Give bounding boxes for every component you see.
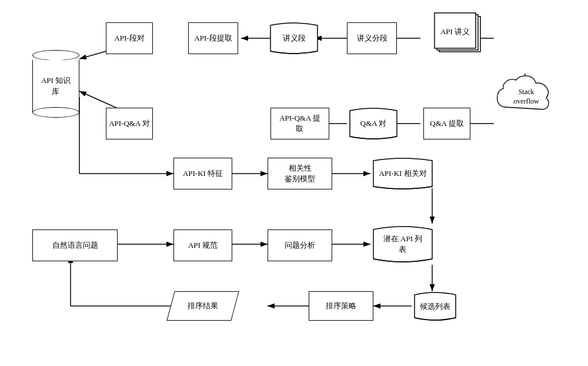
- api-knowledge-base: API 知识库: [32, 50, 79, 113]
- relevance-model: 相关性鉴别模型: [268, 158, 332, 189]
- qa-extract: Q&A 提取: [423, 108, 470, 139]
- api-lecture: API 讲义: [432, 12, 485, 65]
- stack-overflow-cloud: Stack overflow: [491, 71, 562, 124]
- natural-language-question: 自然语言问题: [32, 229, 118, 261]
- ranking-result: 排序结果: [171, 291, 235, 321]
- api-ki-relevant: API-KI 相关对: [370, 156, 435, 191]
- potential-api-list: 潜在 API 列表: [370, 224, 435, 265]
- api-segment-extract: API-段提取: [188, 22, 238, 54]
- api-qa-extract: API-Q&A 提取: [270, 108, 329, 139]
- problem-analysis: 问题分析: [268, 229, 332, 261]
- api-segment-pair: API-段对: [106, 22, 153, 54]
- lecture-segmentation: 讲义分段: [347, 22, 397, 54]
- qa-pair: Q&A 对: [347, 106, 400, 141]
- ranking-strategy: 排序策略: [309, 291, 373, 321]
- svg-text:API 讲义: API 讲义: [440, 27, 470, 36]
- candidate-list: 候选列表: [412, 290, 459, 322]
- api-spec: API 规范: [173, 229, 232, 261]
- api-qa-pair: API-Q&A 对: [106, 108, 153, 139]
- diagram: API 知识库 API-段对 API-段提取 讲义段 讲义分段 API 讲义: [0, 0, 588, 366]
- stack-overflow-label: Stack overflow: [509, 88, 544, 106]
- lecture-segment: 讲义段: [268, 21, 320, 56]
- api-ki-feature: API-KI 特征: [173, 158, 232, 189]
